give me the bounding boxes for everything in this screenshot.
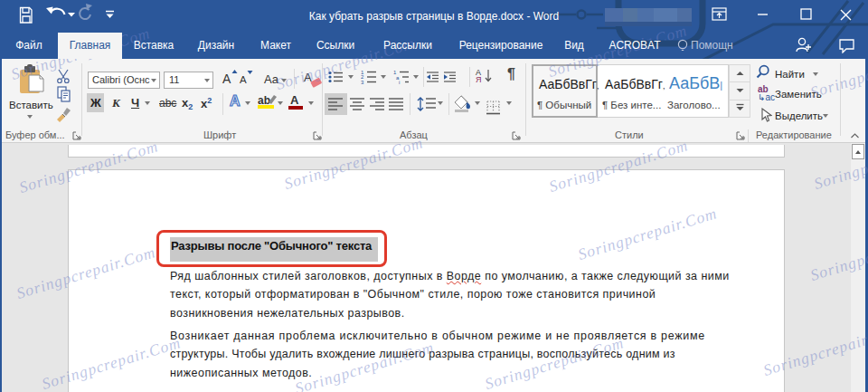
svg-text:3: 3: [361, 80, 364, 85]
svg-text:i: i: [399, 80, 400, 84]
